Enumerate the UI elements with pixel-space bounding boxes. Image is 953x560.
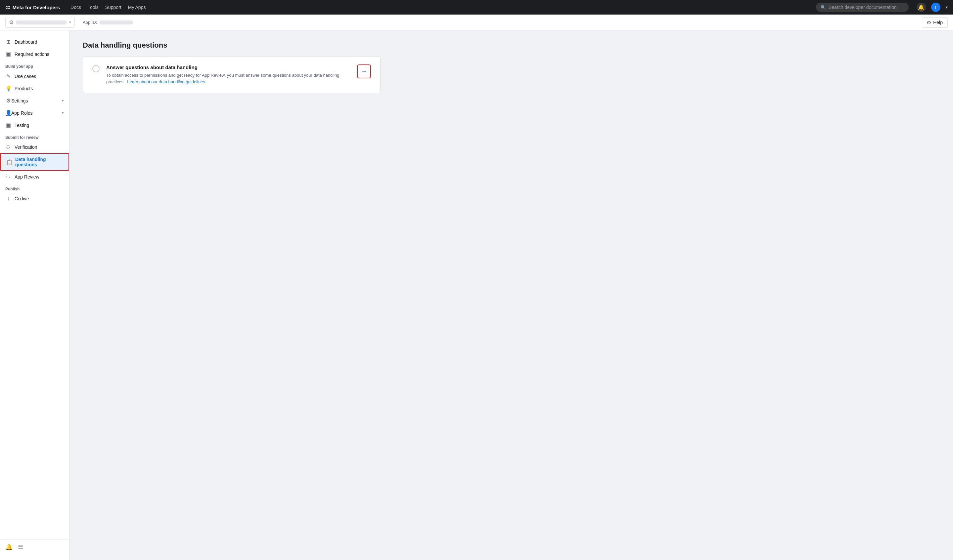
- card-check-icon: [92, 65, 99, 73]
- sidebar-item-testing[interactable]: ▣ Testing: [0, 119, 69, 131]
- data-handling-card: Answer questions about data handling To …: [83, 56, 380, 93]
- sidebar-testing-label: Testing: [14, 123, 29, 128]
- help-icon: ⊙: [927, 20, 931, 25]
- app-bar: ⚙ ▾ App ID: ⊙ Help: [0, 14, 953, 30]
- page-layout: ⊞ Dashboard ▣ Required actions Build you…: [0, 30, 953, 560]
- logo-text: Meta for Developers: [12, 5, 60, 10]
- nav-right: 🔔 f ▾: [917, 3, 948, 12]
- app-selector[interactable]: ⚙ ▾: [5, 17, 75, 28]
- sidebar-settings-label: Settings: [11, 98, 28, 104]
- dashboard-icon: ⊞: [5, 39, 11, 45]
- card-body: Answer questions about data handling To …: [106, 65, 351, 85]
- app-roles-icon: 👤: [5, 110, 11, 116]
- sidebar: ⊞ Dashboard ▣ Required actions Build you…: [0, 30, 70, 560]
- required-actions-icon: ▣: [5, 51, 11, 57]
- sidebar-dashboard-label: Dashboard: [14, 39, 37, 45]
- sidebar-item-data-handling[interactable]: 📋 Data handling questions: [0, 153, 69, 171]
- card-title: Answer questions about data handling: [106, 65, 351, 70]
- notification-bell[interactable]: 🔔: [917, 3, 926, 12]
- sidebar-item-app-roles[interactable]: 👤 App Roles ▾: [0, 107, 69, 119]
- sidebar-use-cases-label: Use cases: [14, 74, 36, 79]
- app-id-label: App ID:: [83, 20, 97, 25]
- app-review-icon: 🛡: [5, 174, 11, 180]
- app-roles-chevron-icon: ▾: [62, 111, 64, 115]
- sidebar-item-settings[interactable]: ⚙ Settings ▾: [0, 94, 69, 107]
- search-input[interactable]: [829, 5, 904, 10]
- sidebar-item-verification[interactable]: 🛡 Verification: [0, 141, 69, 153]
- app-roles-row: 👤 App Roles ▾: [5, 110, 64, 116]
- products-icon: 💡: [5, 85, 11, 91]
- sidebar-menu-icon[interactable]: ☰: [18, 543, 23, 551]
- app-id-section: App ID:: [83, 20, 133, 25]
- page-title: Data handling questions: [83, 41, 940, 50]
- sidebar-app-review-label: App Review: [14, 174, 39, 179]
- gear-icon: ⚙: [9, 19, 14, 25]
- arrow-right-icon: →: [361, 68, 367, 75]
- sidebar-item-app-review[interactable]: 🛡 App Review: [0, 171, 69, 183]
- nav-docs[interactable]: Docs: [70, 5, 81, 10]
- build-section-label: Build your app: [0, 60, 69, 70]
- card-description: To obtain access to permissions and get …: [106, 72, 351, 85]
- sidebar-go-live-label: Go live: [14, 196, 29, 201]
- app-id-value: [99, 20, 133, 25]
- use-cases-icon: ✎: [5, 73, 11, 79]
- nav-tools[interactable]: Tools: [88, 5, 99, 10]
- nav-my-apps[interactable]: My Apps: [128, 5, 146, 10]
- sidebar-item-go-live[interactable]: ↑ Go live: [0, 193, 69, 205]
- card-action-button[interactable]: →: [357, 65, 371, 78]
- data-handling-icon: 📋: [6, 159, 12, 165]
- help-label: Help: [933, 20, 943, 25]
- go-live-icon: ↑: [5, 196, 11, 202]
- submit-section-label: Submit for review: [0, 131, 69, 141]
- sidebar-item-use-cases[interactable]: ✎ Use cases: [0, 70, 69, 82]
- card-link[interactable]: Learn about our data handling guidelines…: [127, 79, 206, 84]
- help-button[interactable]: ⊙ Help: [922, 17, 948, 28]
- app-selector-chevron-icon: ▾: [69, 20, 71, 25]
- sidebar-products-label: Products: [14, 86, 33, 91]
- sidebar-item-products[interactable]: 💡 Products: [0, 82, 69, 94]
- account-chevron-icon[interactable]: ▾: [946, 5, 948, 9]
- nav-support[interactable]: Support: [105, 5, 121, 10]
- search-icon: 🔍: [821, 5, 826, 10]
- user-avatar[interactable]: f: [931, 3, 941, 12]
- sidebar-required-label: Required actions: [14, 51, 49, 57]
- sidebar-data-handling-label: Data handling questions: [15, 157, 63, 167]
- search-bar[interactable]: 🔍: [816, 3, 909, 12]
- verification-icon: 🛡: [5, 144, 11, 150]
- settings-row: ⚙ Settings ▾: [5, 97, 64, 104]
- sidebar-item-dashboard[interactable]: ⊞ Dashboard: [0, 36, 69, 48]
- top-navigation: ∞ Meta for Developers Docs Tools Support…: [0, 0, 953, 14]
- meta-logo: ∞ Meta for Developers: [5, 3, 60, 12]
- sidebar-bell-icon[interactable]: 🔔: [5, 543, 12, 551]
- app-name-placeholder: [16, 20, 67, 25]
- testing-icon: ▣: [5, 122, 11, 128]
- publish-section-label: Publish: [0, 183, 69, 193]
- sidebar-bottom: 🔔 ☰: [0, 539, 69, 555]
- sidebar-app-roles-label: App Roles: [11, 110, 33, 116]
- meta-infinity-icon: ∞: [5, 3, 11, 12]
- main-content: Data handling questions Answer questions…: [70, 30, 953, 560]
- sidebar-verification-label: Verification: [14, 144, 37, 150]
- nav-links: Docs Tools Support My Apps: [70, 5, 146, 10]
- settings-chevron-icon: ▾: [62, 99, 64, 103]
- settings-icon: ⚙: [5, 97, 11, 104]
- sidebar-item-required-actions[interactable]: ▣ Required actions: [0, 48, 69, 60]
